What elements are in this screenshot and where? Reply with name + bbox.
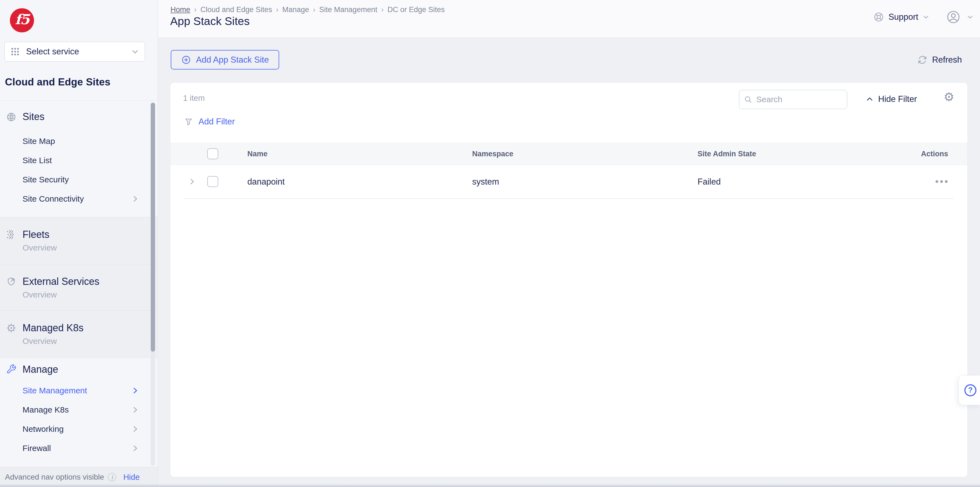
hide-filter-label: Hide Filter (878, 94, 917, 104)
refresh-label: Refresh (932, 55, 962, 65)
table-row: danapoint system Failed (170, 165, 967, 199)
cell-site-admin-state: Failed (698, 177, 721, 187)
f5-logo-text: f5 (15, 11, 29, 30)
lifebuoy-icon (873, 11, 884, 22)
wrench-icon (6, 364, 16, 374)
sidebar-item-site-list[interactable]: Site List (22, 154, 52, 167)
sidebar-item-firewall[interactable]: Firewall (22, 442, 51, 455)
column-header-actions: Actions (921, 150, 948, 158)
sidebar-item-site-map[interactable]: Site Map (22, 135, 55, 147)
gear-icon[interactable]: ⚙ (943, 91, 955, 103)
fleet-icon (6, 229, 16, 240)
globe-icon (6, 112, 16, 122)
sidebar-item-label: Firewall (22, 444, 51, 453)
chevron-right-icon (131, 444, 140, 452)
hide-filter-button[interactable]: Hide Filter (865, 93, 917, 105)
sidebar-footer: Advanced nav options visible i Hide (0, 467, 158, 487)
support-menu[interactable]: Support (873, 11, 929, 22)
nav-section-title[interactable]: Fleets (22, 228, 49, 241)
chevron-down-icon (131, 48, 139, 56)
sidebar-scrollbar[interactable] (151, 102, 155, 466)
cell-namespace: system (472, 177, 499, 187)
plus-circle-icon (181, 55, 191, 65)
chevron-right-icon (131, 425, 140, 433)
sidebar-item-label: Networking (22, 425, 64, 433)
advanced-nav-text: Advanced nav options visible (5, 473, 104, 482)
breadcrumb-separator: › (381, 5, 383, 14)
column-header-name[interactable]: Name (247, 150, 268, 158)
breadcrumb-separator: › (276, 5, 278, 14)
support-label: Support (888, 12, 918, 22)
nav-section-subtitle[interactable]: Overview (22, 290, 57, 300)
add-filter-button[interactable]: Add Filter (184, 116, 235, 128)
filter-funnel-icon (184, 117, 194, 127)
breadcrumb-manage[interactable]: Manage (282, 5, 309, 14)
breadcrumb-site-management[interactable]: Site Management (319, 5, 377, 14)
cell-name[interactable]: danapoint (247, 177, 285, 187)
sidebar-item-label: Manage K8s (22, 405, 68, 414)
breadcrumb-separator: › (313, 5, 315, 14)
grid-icon (10, 47, 20, 57)
sidebar-scrollbar-thumb[interactable] (151, 103, 155, 351)
add-app-stack-site-button[interactable]: Add App Stack Site (171, 50, 279, 70)
page-title: App Stack Sites (170, 15, 250, 28)
breadcrumb-separator: › (194, 5, 197, 14)
search-icon (744, 95, 752, 104)
chevron-right-icon (131, 195, 140, 203)
hide-advanced-nav-link[interactable]: Hide (123, 473, 140, 482)
table-panel: 1 item Hide Filter ⚙ Add Filter Name Nam… (170, 82, 968, 477)
ellipsis-icon (945, 180, 948, 183)
nav-section-external-services[interactable]: External Services Overview (0, 264, 158, 311)
table-header-row: Name Namespace Site Admin State Actions (170, 143, 967, 165)
nav-section-title[interactable]: Manage (22, 363, 58, 375)
sidebar-item-site-security[interactable]: Site Security (22, 173, 68, 186)
sidebar-item-site-connectivity[interactable]: Site Connectivity (22, 193, 84, 205)
sidebar: f5 Select service Cloud and Edge Sites (0, 0, 158, 487)
question-icon[interactable]: ? (964, 384, 977, 396)
chevron-up-icon (865, 95, 874, 103)
nav-section-title[interactable]: Managed K8s (22, 322, 83, 334)
sidebar-item-site-management[interactable]: Site Management (22, 384, 87, 397)
nav-section-subtitle[interactable]: Overview (22, 336, 57, 346)
breadcrumb-cloud-and-edge-sites[interactable]: Cloud and Edge Sites (200, 5, 272, 14)
helm-icon (6, 323, 16, 333)
sidebar-item-manage-k8s[interactable]: Manage K8s (22, 404, 68, 416)
breadcrumb-home[interactable]: Home (170, 5, 190, 14)
breadcrumb-current: DC or Edge Sites (387, 5, 445, 14)
add-app-stack-site-label: Add App Stack Site (196, 55, 269, 65)
sidebar-item-label: Site Map (22, 137, 55, 145)
row-expand-chevron-icon[interactable] (188, 177, 196, 186)
refresh-button[interactable]: Refresh (917, 50, 962, 70)
select-all-checkbox[interactable] (207, 148, 218, 159)
user-menu[interactable] (946, 10, 974, 24)
chevron-right-icon (131, 386, 140, 395)
add-filter-label: Add Filter (199, 117, 235, 127)
row-actions-menu[interactable] (935, 180, 948, 183)
nav-section-title[interactable]: External Services (22, 276, 99, 287)
sidebar-nav: Sites Site Map Site List Site Security S… (0, 101, 158, 467)
search-box (739, 90, 847, 109)
shield-arrow-icon (6, 276, 16, 287)
ellipsis-icon (940, 180, 943, 183)
breadcrumb: Home › Cloud and Edge Sites › Manage › S… (170, 5, 445, 14)
nav-section-title[interactable]: Sites (22, 111, 45, 123)
row-divider (184, 198, 954, 199)
sidebar-item-label: Site Security (22, 175, 68, 184)
service-selector[interactable]: Select service (5, 42, 145, 62)
nav-section-subtitle[interactable]: Overview (22, 243, 57, 253)
refresh-icon (917, 55, 928, 65)
row-checkbox[interactable] (207, 176, 218, 187)
sidebar-heading: Cloud and Edge Sites (5, 77, 110, 88)
nav-section-managed-k8s[interactable]: Managed K8s Overview (0, 311, 158, 358)
column-header-site-admin-state[interactable]: Site Admin State (698, 150, 756, 158)
column-header-namespace[interactable]: Namespace (472, 150, 513, 158)
nav-section-sites: Sites Site Map Site List Site Security S… (0, 101, 158, 217)
search-input[interactable] (756, 95, 842, 104)
nav-section-manage: Manage Site Management Manage K8s Networ… (0, 358, 158, 467)
info-icon: i (108, 473, 116, 481)
help-widget[interactable]: ? (959, 375, 980, 405)
chevron-down-icon (922, 13, 929, 21)
nav-section-fleets[interactable]: Fleets Overview (0, 217, 158, 264)
chevron-right-icon (131, 406, 140, 414)
sidebar-item-networking[interactable]: Networking (22, 423, 64, 435)
